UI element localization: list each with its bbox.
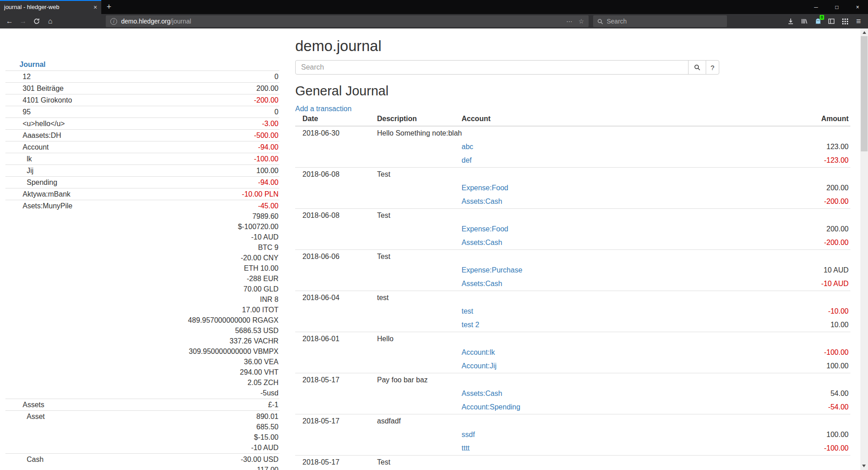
- sidebar-account-name[interactable]: 301 Beiträge: [5, 83, 256, 94]
- tab-close-icon[interactable]: ×: [94, 4, 97, 11]
- sidebar-account-name[interactable]: 4101 Girokonto: [5, 95, 254, 105]
- sidebar-account-name[interactable]: 12: [5, 71, 274, 82]
- scrollbar-thumb[interactable]: [861, 36, 868, 151]
- page-scrollbar[interactable]: [860, 28, 868, 470]
- sidebar-account-balance: 70.00 GLD: [244, 284, 279, 294]
- sidebar-account-balance: INR 8: [260, 294, 279, 305]
- sidebar-account-name: [5, 221, 238, 232]
- scroll-down-arrow[interactable]: [862, 465, 866, 467]
- sidebar-account-name[interactable]: Jij: [5, 165, 256, 176]
- bookmark-star-icon[interactable]: ☆: [578, 18, 584, 25]
- posting-row: test-10.00: [295, 305, 850, 318]
- transaction-row: 2018-05-17asdfadf: [295, 414, 850, 428]
- sidebar-account-row: 301 Beiträge200.00: [5, 82, 279, 94]
- sidebar-account-name[interactable]: Aktywa:mBank: [5, 189, 242, 199]
- sidebar-account-name: [5, 253, 241, 263]
- posting-account-cell: ssdf: [454, 428, 708, 442]
- journal-search-input[interactable]: [295, 60, 689, 75]
- posting-account-link[interactable]: Assets:Cash: [462, 280, 502, 287]
- downloads-icon[interactable]: [784, 15, 797, 28]
- posting-account-cell: Expense:Food: [454, 181, 708, 195]
- sidebar-account-name: [5, 211, 252, 221]
- window-minimize-button[interactable]: ─: [806, 0, 826, 14]
- browser-tab[interactable]: journal - hledger-web ×: [0, 0, 101, 14]
- sidebar-balance-line: -5usd: [5, 388, 279, 398]
- sidebar-account-row: Aaasets:DH-500.00: [5, 129, 279, 141]
- posting-account-link[interactable]: Account:Jij: [462, 362, 496, 370]
- sidebar-balance-line: 120: [5, 71, 279, 82]
- back-button[interactable]: ←: [3, 15, 16, 28]
- sidebar-account-name[interactable]: Asets:MunyPile: [5, 201, 258, 211]
- posting-row: Expense:Food200.00: [295, 222, 850, 236]
- posting-account-link[interactable]: test: [462, 307, 473, 315]
- sidebar-account-balance: -100.00: [254, 154, 279, 164]
- sidebar-balance-line: Aaasets:DH-500.00: [5, 130, 279, 141]
- toolbar-search-input[interactable]: [607, 18, 723, 25]
- sidebar-account-name[interactable]: Account: [5, 142, 258, 152]
- sidebar-account-name[interactable]: Assets: [5, 400, 268, 410]
- reload-button[interactable]: [30, 15, 43, 28]
- spacer-cell: [295, 140, 370, 154]
- posting-row: Account:Jij100.00: [295, 359, 850, 373]
- posting-account-link[interactable]: Expense:Purchase: [462, 266, 522, 274]
- page-actions-icon[interactable]: ⋯: [566, 18, 572, 25]
- site-info-icon[interactable]: i: [110, 18, 117, 25]
- url-bar[interactable]: i demo.hledger.org/journal ⋯ ☆: [106, 15, 589, 27]
- posting-row: Assets:Cash-10 AUD: [295, 277, 850, 291]
- sidebar-account-name[interactable]: 95: [5, 107, 274, 117]
- sidebar-account-row: 950: [5, 106, 279, 118]
- scroll-up-arrow[interactable]: [863, 31, 866, 34]
- sidebar-account-name[interactable]: Aaasets:DH: [5, 130, 254, 141]
- new-tab-button[interactable]: +: [101, 0, 117, 14]
- posting-account-link[interactable]: def: [462, 156, 472, 164]
- sidebar-journal-link[interactable]: Journal: [19, 61, 46, 68]
- toolbar-search[interactable]: [593, 15, 727, 27]
- posting-account-link[interactable]: Assets:Cash: [462, 390, 502, 397]
- sidebar-balance-line: Spending-94.00: [5, 177, 279, 188]
- posting-account-link[interactable]: abc: [462, 143, 473, 150]
- menu-hamburger-icon[interactable]: ≡: [852, 15, 865, 28]
- spacer-cell: [295, 346, 370, 359]
- window-maximize-button[interactable]: □: [826, 0, 847, 14]
- spacer-cell: [370, 181, 454, 195]
- posting-account-link[interactable]: Assets:Cash: [462, 239, 502, 246]
- spacer-cell: [370, 195, 454, 209]
- spacer-cell: [370, 387, 454, 400]
- sidebar-account-name: [5, 294, 260, 305]
- sidebar-balance-line: Cash-30.00 USD: [5, 454, 279, 465]
- journal-search-button[interactable]: [688, 60, 706, 75]
- posting-account-link[interactable]: Account:lk: [462, 348, 495, 356]
- sidebar-account-balance: £-1: [268, 400, 279, 410]
- sidebar-account-name[interactable]: Cash: [5, 454, 241, 465]
- sidebar-account-name[interactable]: lk: [5, 154, 254, 164]
- sidebar-account-name[interactable]: Spending: [5, 177, 258, 188]
- transaction-date: 2018-06-06: [295, 250, 370, 264]
- sidebar-account-balance: 0: [274, 107, 279, 117]
- spacer-cell: [370, 140, 454, 154]
- posting-account-link[interactable]: Assets:Cash: [462, 197, 502, 205]
- posting-account-link[interactable]: ssdf: [462, 431, 475, 438]
- window-close-button[interactable]: ×: [847, 0, 868, 14]
- sidebar-balance-line: BTC 9: [5, 242, 279, 253]
- posting-amount: -100.00: [708, 346, 850, 359]
- forward-button[interactable]: →: [16, 15, 30, 28]
- spacer-cell: [295, 195, 370, 209]
- sidebar-account-balance: -94.00: [258, 142, 279, 152]
- sidebar-account-name: [5, 367, 240, 377]
- library-icon[interactable]: [797, 15, 811, 28]
- posting-account-link[interactable]: Expense:Food: [462, 184, 508, 192]
- sidebar-account-row: Cash-30.00 USD-117.00: [5, 453, 279, 470]
- sidebar-account-name[interactable]: Asset: [5, 411, 256, 422]
- posting-account-link[interactable]: tttt: [462, 444, 470, 452]
- search-help-button[interactable]: ?: [706, 60, 719, 75]
- posting-account-link[interactable]: test 2: [462, 321, 479, 329]
- apps-grid-icon[interactable]: [838, 15, 852, 28]
- posting-account-link[interactable]: Account:Spending: [462, 403, 520, 411]
- extension-ghost-icon[interactable]: 0: [811, 15, 825, 28]
- posting-account-link[interactable]: Expense:Food: [462, 225, 508, 233]
- sidebar-account-name: [5, 388, 260, 398]
- sidebar-account-name[interactable]: <u>hello</u>: [5, 118, 262, 129]
- sidebar-account-balance: -10.00 PLN: [242, 189, 279, 199]
- home-button[interactable]: ⌂: [43, 15, 57, 28]
- sidebars-toggle-icon[interactable]: [825, 15, 838, 28]
